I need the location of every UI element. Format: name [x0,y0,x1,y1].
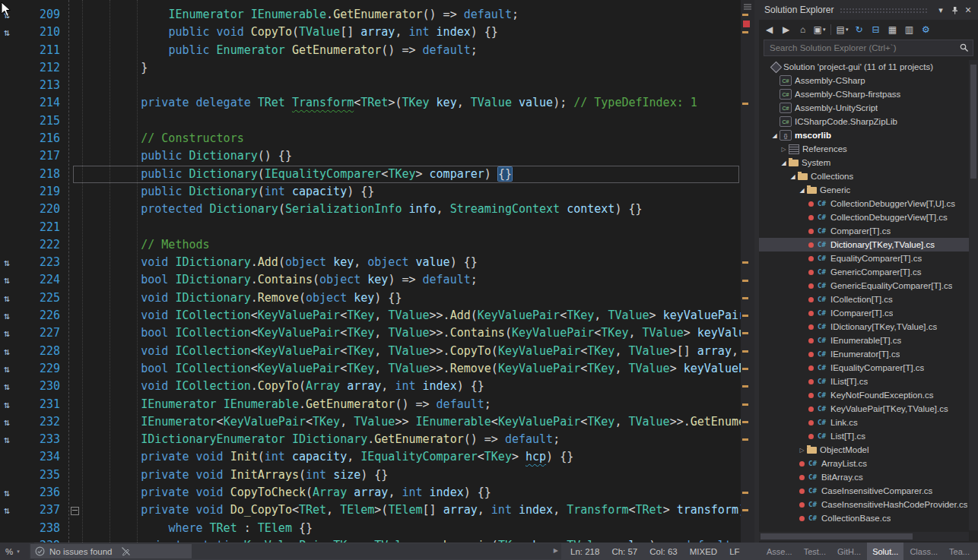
code-line-237[interactable]: ⇅237 private void Do_CopyTo<TRet, TElem>… [0,501,741,519]
tree-item-icsharpcode-sharpziplib[interactable]: C#ICSharpCode.SharpZipLib [759,115,969,128]
code-line-224[interactable]: ⇅224 bool IDictionary.Contains(object ke… [0,271,741,289]
code-line-234[interactable]: 234 private void Init(int capacity, IEqu… [0,448,741,466]
sync-with-active-document-icon[interactable]: ↻ [851,22,867,37]
tree-item-mscorlib[interactable]: ◢{}mscorlib [759,128,969,142]
override-arrows-icon[interactable]: ⇅ [0,324,27,342]
code-line-213[interactable]: 213 [0,77,741,94]
tree-item-assembly-csharp[interactable]: C#Assembly-CSharp [759,74,969,87]
override-arrows-icon[interactable]: ⇅ [0,360,27,378]
pin-icon[interactable] [948,3,961,17]
override-arrows-icon[interactable]: ⇅ [0,254,27,271]
code-line-221[interactable]: 221 [0,219,741,236]
close-icon[interactable]: × [961,3,975,17]
code-line-232[interactable]: ⇅232 IEnumerator<KeyValuePair<TKey, TVal… [0,413,741,431]
tree-horizontal-scrollbar[interactable] [759,532,969,541]
tree-item-bitarray-cs[interactable]: C#BitArray.cs [759,470,969,484]
code-line-228[interactable]: ⇅228 void ICollection<KeyValuePair<TKey,… [0,343,741,360]
code-line-218[interactable]: 218 public Dictionary(IEqualityComparer<… [0,166,741,183]
tree-item-caseinsensitivecomparer-cs[interactable]: C#CaseInsensitiveComparer.cs [759,484,969,498]
code-line-231[interactable]: ⇅231 IEnumerator IEnumerable.GetEnumerat… [0,396,741,413]
search-box[interactable] [764,40,973,56]
code-line-219[interactable]: 219 public Dictionary(int capacity) {} [0,183,741,201]
code-line-209[interactable]: ⇅209 IEnumerator IEnumerable.GetEnumerat… [0,6,741,24]
show-all-files-icon[interactable]: ▦ [884,22,900,37]
code-line-217[interactable]: 217 public Dictionary() {} [0,147,741,165]
expander-icon[interactable]: ◢ [797,187,807,194]
tree-item-keyvaluepair-tkey-tvalue-cs[interactable]: C#KeyValuePair[TKey,TValue].cs [759,402,969,416]
expander-icon[interactable]: ▷ [779,146,789,153]
scrollbar-thumb[interactable] [760,533,913,539]
expander-icon[interactable]: ▷ [797,447,807,454]
tree-item-system[interactable]: ◢System [759,156,969,169]
tree-item-iequalitycomparer-t-cs[interactable]: C#IEqualityComparer[T].cs [759,361,969,375]
tree-item-keynotfoundexception-cs[interactable]: C#KeyNotFoundException.cs [759,388,969,402]
tree-item-genericcomparer-t-cs[interactable]: C#GenericComparer[T].cs [759,265,969,279]
tool-window-tab-test[interactable]: Test... [799,543,831,560]
code-line-227[interactable]: ⇅227 bool ICollection<KeyValuePair<TKey,… [0,324,741,342]
override-arrows-icon[interactable]: ⇅ [0,343,27,360]
pencil-slash-icon[interactable] [121,546,131,556]
override-arrows-icon[interactable]: ⇅ [0,396,27,413]
tree-item-genericequalitycomparer-t-cs[interactable]: C#GenericEqualityComparer[T].cs [759,279,969,293]
tree-item-references[interactable]: ▷References [759,142,969,156]
code-line-211[interactable]: 211 public Enumerator GetEnumerator() =>… [0,42,741,59]
switch-views-icon[interactable]: ▣▾ [811,22,827,37]
code-line-235[interactable]: 235 private void InitArrays(int size) {} [0,467,741,484]
tree-item-solution-project-gui-11-of-11-projects[interactable]: Solution 'project-gui' (11 of 11 project… [759,60,969,74]
override-arrows-icon[interactable]: ⇅ [0,289,27,307]
tree-item-ienumerator-t-cs[interactable]: C#IEnumerator[T].cs [759,347,969,361]
search-icon[interactable] [960,43,969,52]
code-line-230[interactable]: ⇅230 void ICollection.CopyTo(Array array… [0,378,741,395]
solution-explorer-titlebar[interactable]: Solution Explorer ▾× [759,0,978,20]
code-line-215[interactable]: 215 [0,112,741,130]
code-line-233[interactable]: ⇅233 IDictionaryEnumerator IDictionary.G… [0,431,741,448]
tree-item-equalitycomparer-t-cs[interactable]: C#EqualityComparer[T].cs [759,252,969,265]
scope-to-this-icon[interactable]: ▤▾ [834,22,850,37]
code-line-225[interactable]: ⇅225 void IDictionary.Remove(object key)… [0,289,741,307]
tree-item-caseinsensitivehashcodeprovider-cs[interactable]: C#CaseInsensitiveHashCodeProvider.cs [759,498,969,511]
override-arrows-icon[interactable]: ⇅ [0,501,27,519]
expander-icon[interactable]: ◢ [770,132,780,139]
navigate-back-icon[interactable]: ◀ [761,22,777,37]
document-health-indicator[interactable]: No issues found [35,543,131,559]
tool-window-tab-gith[interactable]: GitH... [832,543,866,560]
tree-item-comparer-t-cs[interactable]: C#Comparer[T].cs [759,224,969,238]
code-line-229[interactable]: ⇅229 bool ICollection<KeyValuePair<TKey,… [0,360,741,378]
tool-window-tab-class[interactable]: Class... [904,543,943,560]
tree-item-assembly-csharp-firstpass[interactable]: C#Assembly-CSharp-firstpass [759,87,969,101]
tool-window-tab-asse[interactable]: Asse... [761,543,798,560]
collapse-all-icon[interactable]: ⊟ [868,22,884,37]
tree-item-arraylist-cs[interactable]: C#ArrayList.cs [759,457,969,470]
fold-collapse-icon[interactable] [71,507,79,515]
tree-item-objectmodel[interactable]: ▷ObjectModel [759,443,969,457]
encoding-indicator[interactable]: MIXED [690,547,717,556]
tree-item-collectiondebuggerview-t-cs[interactable]: C#CollectionDebuggerView[T].cs [759,210,969,224]
tree-item-collectionbase-cs[interactable]: C#CollectionBase.cs [759,511,969,525]
code-line-216[interactable]: 216 // Constructors [0,130,741,147]
tree-item-icollection-t-cs[interactable]: C#ICollection[T].cs [759,293,969,306]
code-line-222[interactable]: 222 // Methods [0,236,741,254]
tree-item-dictionary-tkey-tvalue-cs[interactable]: C#Dictionary[TKey,TValue].cs [759,238,969,252]
scroll-right-icon[interactable]: ▶ [554,548,558,554]
editor-horizontal-scrollbar[interactable]: No issues found ▶ [29,543,561,559]
override-arrows-icon[interactable]: ⇅ [0,271,27,289]
tool-window-tab-tea[interactable]: Tea... [944,543,975,560]
tree-item-ilist-t-cs[interactable]: C#IList[T].cs [759,375,969,388]
code-line-214[interactable]: 214 private delegate TRet Transform<TRet… [0,94,741,112]
override-arrows-icon[interactable]: ⇅ [0,431,27,448]
tree-item-link-cs[interactable]: C#Link.cs [759,416,969,429]
char-indicator[interactable]: Ch: 57 [611,547,637,556]
tree-item-ienumerable-t-cs[interactable]: C#IEnumerable[T].cs [759,334,969,347]
tool-window-tab-solut[interactable]: Solut... [867,543,903,560]
override-arrows-icon[interactable]: ⇅ [0,413,27,431]
override-arrows-icon[interactable]: ⇅ [0,24,27,41]
tree-item-generic[interactable]: ◢Generic [759,183,969,197]
code-editor[interactable]: ⇅209 IEnumerator IEnumerable.GetEnumerat… [0,0,756,543]
tree-item-icomparer-t-cs[interactable]: C#IComparer[T].cs [759,306,969,320]
override-arrows-icon[interactable]: ⇅ [0,484,27,501]
home-icon[interactable]: ⌂ [795,22,811,37]
tree-item-collections[interactable]: ◢Collections [759,169,969,183]
tree-vertical-scrollbar[interactable] [969,60,978,530]
tree-item-idictionary-tkey-tvalue-cs[interactable]: C#IDictionary[TKey,TValue].cs [759,320,969,334]
line-indicator[interactable]: Ln: 218 [570,547,599,556]
